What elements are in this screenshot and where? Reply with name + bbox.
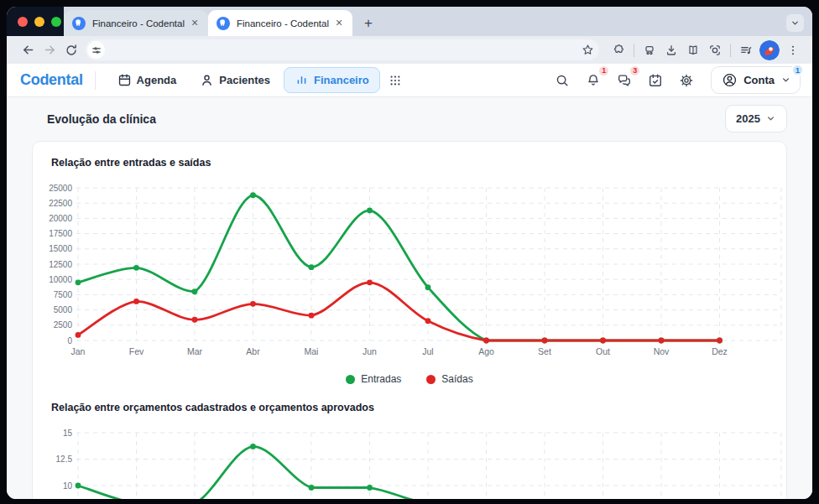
- forward-arrow-icon: [43, 43, 57, 57]
- tab-close-icon[interactable]: ×: [188, 17, 201, 30]
- app-header: Codental Agenda Pacientes Financeiro: [7, 64, 812, 97]
- page-title: Evolução da clínica: [47, 112, 156, 126]
- messages-badge: 3: [629, 65, 641, 77]
- entradas-saidas-chart[interactable]: 0250050007500100001250015000175002000022…: [46, 175, 788, 366]
- nav-item-pacientes[interactable]: Pacientes: [190, 68, 280, 92]
- svg-text:25000: 25000: [49, 184, 72, 193]
- browser-toolbar: [7, 36, 812, 64]
- svg-text:Fev: Fev: [129, 346, 144, 356]
- chevron-down-icon: [765, 113, 776, 124]
- tab-search-button[interactable]: [786, 14, 804, 32]
- gear-icon: [679, 73, 694, 88]
- svg-text:Dez: Dez: [712, 346, 728, 356]
- year-value: 2025: [736, 112, 760, 125]
- nav-item-agenda[interactable]: Agenda: [107, 68, 187, 92]
- zoom-window-button[interactable]: [51, 17, 61, 27]
- tab-close-icon[interactable]: ×: [332, 17, 346, 30]
- browser-tab-inactive[interactable]: Financeiro - Codental ×: [64, 10, 208, 36]
- nav-item-financeiro[interactable]: Financeiro: [284, 67, 380, 93]
- tooth-favicon-icon: [72, 17, 86, 30]
- svg-text:12.5: 12.5: [56, 455, 73, 464]
- codental-logo[interactable]: Codental: [20, 71, 83, 89]
- legend-item-saidas[interactable]: Saídas: [426, 373, 472, 385]
- svg-text:12500: 12500: [49, 260, 72, 269]
- site-settings-button[interactable]: [87, 41, 105, 59]
- playlist-icon: [739, 44, 753, 57]
- reload-button[interactable]: [60, 39, 82, 61]
- svg-text:22500: 22500: [49, 199, 72, 208]
- three-dot-menu-icon: [787, 44, 799, 56]
- chart1-legend: Entradas Saídas: [46, 373, 773, 385]
- bookmark-star-icon[interactable]: [582, 44, 594, 56]
- svg-text:2500: 2500: [54, 320, 73, 330]
- evolution-card: Relação entre entradas e saídas 02500500…: [32, 141, 787, 499]
- svg-text:Mai: Mai: [305, 346, 319, 356]
- svg-text:Ago: Ago: [478, 346, 494, 356]
- traffic-light-zone: [7, 7, 64, 36]
- svg-text:7500: 7500: [54, 290, 73, 299]
- reload-icon: [65, 44, 78, 57]
- nav-label: Financeiro: [314, 74, 369, 86]
- svg-text:Set: Set: [538, 346, 551, 356]
- svg-text:17500: 17500: [49, 229, 72, 238]
- chart2-title: Relação entre orçamentos cadastrados e o…: [51, 402, 773, 413]
- calendar-icon: [117, 73, 132, 87]
- screen-capture-button[interactable]: [704, 39, 726, 61]
- svg-text:Abr: Abr: [246, 346, 260, 356]
- tooth-favicon-icon: [216, 17, 230, 30]
- back-button[interactable]: [17, 39, 39, 61]
- svg-text:Mar: Mar: [187, 346, 203, 356]
- minimize-window-button[interactable]: [34, 17, 44, 27]
- settings-button[interactable]: [674, 68, 699, 93]
- account-label: Conta: [743, 74, 775, 86]
- address-bar[interactable]: [86, 39, 599, 60]
- person-icon: [200, 73, 214, 87]
- cart-icon: [643, 44, 656, 57]
- financeiro-page: Evolução da clínica 2025 Relação entre e…: [7, 97, 812, 499]
- download-icon: [665, 44, 678, 57]
- media-controls-button[interactable]: [735, 39, 757, 61]
- svg-text:Nov: Nov: [654, 346, 670, 356]
- lens-icon: [708, 44, 722, 57]
- notification-badge: 1: [597, 65, 610, 77]
- orcamentos-chart[interactable]: 1512.510: [46, 420, 788, 499]
- nav-label: Agenda: [137, 74, 177, 86]
- notifications-button[interactable]: 1: [581, 68, 606, 93]
- search-icon: [555, 73, 570, 88]
- grid-dots-icon: [389, 74, 402, 87]
- svg-text:10: 10: [63, 481, 73, 491]
- tabs-area: Financeiro - Codental × Financeiro - Cod…: [64, 7, 812, 36]
- browser-tab-active[interactable]: Financeiro - Codental ×: [208, 10, 352, 36]
- extensions-button[interactable]: [608, 39, 629, 61]
- bar-chart-icon: [295, 73, 309, 87]
- legend-item-entradas[interactable]: Entradas: [346, 373, 401, 385]
- new-tab-button[interactable]: +: [357, 13, 379, 34]
- svg-text:Out: Out: [596, 346, 610, 356]
- desktop-background: Financeiro - Codental × Financeiro - Cod…: [0, 0, 819, 504]
- search-button[interactable]: [550, 68, 575, 93]
- year-selector[interactable]: 2025: [725, 105, 787, 132]
- svg-text:Jul: Jul: [422, 346, 433, 356]
- forward-button[interactable]: [39, 39, 60, 61]
- downloads-button[interactable]: [660, 39, 682, 61]
- user-circle-icon: [722, 72, 738, 88]
- svg-text:5000: 5000: [54, 305, 73, 314]
- legend-label: Saídas: [441, 373, 472, 385]
- apps-grid-button[interactable]: [389, 74, 402, 87]
- entradas-dot-icon: [346, 375, 355, 384]
- schedule-button[interactable]: [643, 68, 668, 93]
- saidas-dot-icon: [426, 375, 436, 384]
- account-menu-button[interactable]: Conta 1: [711, 66, 801, 94]
- profile-avatar[interactable]: [759, 40, 780, 60]
- tab-strip: Financeiro - Codental × Financeiro - Cod…: [7, 7, 812, 36]
- messages-button[interactable]: 3: [612, 68, 637, 93]
- reading-list-button[interactable]: [682, 39, 704, 61]
- svg-text:15: 15: [63, 429, 73, 438]
- svg-text:Jun: Jun: [363, 346, 377, 356]
- browser-menu-button[interactable]: [782, 39, 804, 61]
- close-window-button[interactable]: [18, 17, 28, 27]
- chart1-title: Relação entre entradas e saídas: [51, 157, 773, 169]
- svg-text:0: 0: [67, 336, 72, 346]
- shopping-button[interactable]: [639, 39, 660, 61]
- avatar-image: [759, 40, 780, 60]
